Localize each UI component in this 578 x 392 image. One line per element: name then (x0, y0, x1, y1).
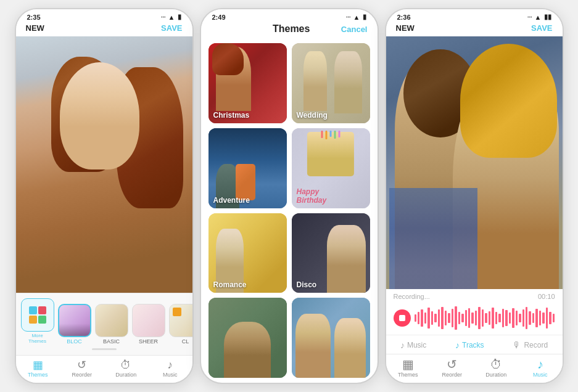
theme-tile-cl[interactable]: CL (169, 304, 194, 345)
duration-icon-1: ⏱ (120, 359, 131, 370)
theme-item-nature2[interactable] (292, 298, 370, 378)
duration-icon-3: ⏱ (490, 358, 502, 370)
cancel-button-2[interactable]: Cancel (341, 25, 368, 34)
nav-duration-1[interactable]: ⏱ Duration (110, 359, 141, 378)
themes-grid-container: Christmas Wedding Adventure (201, 38, 378, 383)
top-nav-1: NEW SAVE (16, 22, 192, 36)
christmas-label: Christmas (213, 111, 250, 120)
recording-waveform (394, 304, 555, 332)
record-mic-icon: 🎙 (513, 340, 521, 350)
waveform-bar (431, 311, 433, 325)
waveform-bar (475, 311, 477, 325)
music-tab-music[interactable]: ♪ Music (395, 339, 431, 351)
music-icon-1: ♪ (167, 359, 173, 370)
waveform-bar (489, 311, 490, 325)
nav-reorder-3[interactable]: ↺ Reorder (437, 358, 468, 378)
save-button-3[interactable]: SAVE (531, 23, 552, 33)
phone-2: 2:49 ··· ▲ ▮ Themes Cancel Christmas (200, 8, 379, 384)
adventure-label: Adventure (213, 196, 250, 205)
waveform-bar (471, 312, 473, 324)
nav-music-3[interactable]: ♪ Music (525, 358, 556, 378)
waveform-bar (495, 312, 497, 324)
themes-icon-3: ▦ (402, 358, 414, 370)
waveform-bar (458, 312, 460, 324)
music-tab-tracks[interactable]: ♪ Tracks (450, 339, 489, 351)
bloc-label: BLOC (67, 338, 82, 345)
reorder-label-nav-1: Reorder (72, 372, 92, 378)
wifi-icon: ▲ (168, 14, 175, 21)
theme-tile-more[interactable]: MoreThemes (21, 298, 54, 345)
music-nav-label-3: Music (533, 372, 548, 378)
bottom-nav-1: ▦ Themes ↺ Reorder ⏱ Duration ♪ Music (16, 355, 192, 383)
music-tab-record[interactable]: 🎙 Record (508, 339, 553, 351)
waveform-bar (455, 306, 456, 330)
theme-item-disco[interactable]: Disco (292, 213, 370, 293)
save-button-1[interactable]: SAVE (161, 23, 182, 33)
top-nav-3: NEW SAVE (386, 22, 563, 36)
theme-item-birthday[interactable]: HappyBirthday (292, 128, 370, 208)
status-icons-3: ··· ▲ ▮▮ (527, 13, 551, 21)
top-nav-2: Themes Cancel (201, 22, 378, 38)
theme-item-adventure[interactable]: Adventure (208, 128, 287, 208)
romance-label: Romance (213, 280, 247, 289)
reorder-icon-3: ↺ (447, 358, 457, 370)
themes-nav-label-3: Themes (398, 372, 418, 378)
tracks-tab-label: Tracks (462, 341, 484, 349)
themes-title: Themes (273, 23, 310, 35)
wedding-label: Wedding (297, 111, 328, 120)
signal-icon-3: ··· (527, 14, 532, 20)
reorder-icon-1: ↺ (77, 359, 86, 370)
waveform-bar (546, 308, 548, 329)
theme-item-nature1[interactable] (208, 298, 287, 378)
new-button-3[interactable]: NEW (396, 23, 415, 33)
waveform-bar (427, 308, 429, 329)
waveform-bar (468, 308, 470, 328)
nav-reorder-1[interactable]: ↺ Reorder (67, 359, 97, 378)
theme-item-christmas[interactable]: Christmas (208, 43, 287, 123)
music-icon-3: ♪ (537, 358, 543, 370)
nav-duration-3[interactable]: ⏱ Duration (481, 358, 511, 378)
record-tab-label: Record (524, 341, 548, 349)
disco-label: Disco (297, 280, 317, 289)
phone-1: 2:35 ··· ▲ ▮ NEW SAVE (15, 8, 194, 384)
theme-item-wedding[interactable]: Wedding (292, 43, 370, 123)
waveform-bar (529, 311, 531, 325)
theme-item-romance[interactable]: Romance (208, 213, 287, 293)
waveform-bar (535, 309, 537, 327)
status-bar-1: 2:35 ··· ▲ ▮ (16, 9, 192, 22)
status-icons-1: ··· ▲ ▮ (161, 13, 181, 21)
birthday-label: HappyBirthday (297, 187, 327, 205)
recording-section: Recording... 00:10 (386, 289, 563, 335)
time-1: 2:35 (27, 14, 41, 21)
nav-music-1[interactable]: ♪ Music (155, 359, 186, 378)
waveform-bar (509, 312, 511, 324)
waveform-bar (505, 310, 507, 326)
waveform-bar (465, 310, 467, 326)
waveform-bar (438, 309, 440, 327)
nav-themes-3[interactable]: ▦ Themes (392, 358, 423, 378)
theme-tile-bloc[interactable]: BLOC (58, 304, 91, 345)
stop-icon (399, 315, 405, 321)
reorder-nav-label-3: Reorder (442, 372, 462, 378)
more-themes-label: MoreThemes (28, 333, 46, 345)
waveform-bar (512, 308, 514, 328)
waveform-bar (478, 307, 480, 329)
status-bar-3: 2:36 ··· ▲ ▮▮ (386, 9, 563, 22)
waveform-bar (445, 311, 447, 325)
theme-tile-basic[interactable]: BASIC (95, 304, 128, 345)
record-stop-button[interactable] (394, 309, 411, 327)
music-label-nav-1: Music (163, 372, 178, 378)
waveform-bar (532, 313, 534, 323)
bottom-nav-3: ▦ Themes ↺ Reorder ⏱ Duration ♪ Music (386, 354, 563, 383)
battery-icon-3: ▮▮ (544, 13, 551, 21)
nav-themes-1[interactable]: ▦ Themes (22, 359, 53, 378)
main-photo-1 (16, 36, 192, 293)
recording-header: Recording... 00:10 (394, 293, 555, 300)
status-bar-2: 2:49 ··· ▲ ▮ (201, 9, 378, 22)
new-button-1[interactable]: NEW (26, 23, 44, 33)
wifi-icon-3: ▲ (535, 14, 542, 21)
theme-tile-sheer[interactable]: SHEER (132, 304, 165, 345)
themes-label-nav-1: Themes (28, 372, 48, 378)
waveform-bar (539, 311, 541, 325)
waveform-bar (549, 312, 551, 324)
